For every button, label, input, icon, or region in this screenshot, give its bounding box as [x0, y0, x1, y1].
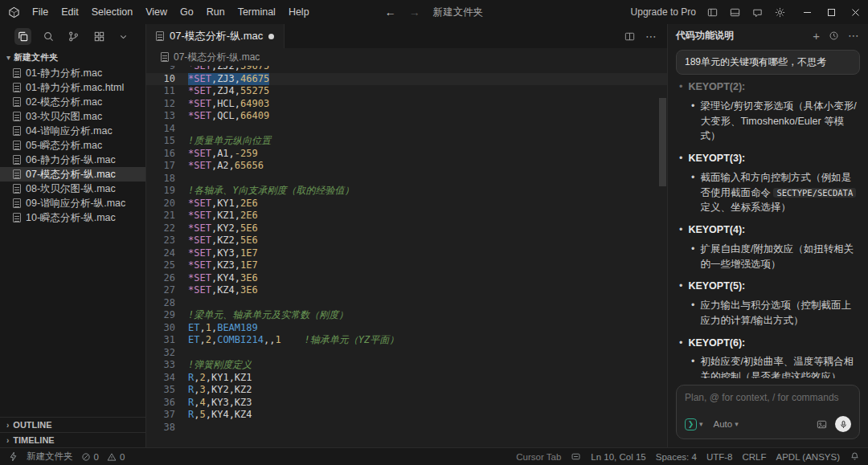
close-button[interactable]: [851, 8, 860, 17]
menu-go[interactable]: Go: [174, 5, 199, 19]
tab-active-file[interactable]: 07-模态分析-纵.mac: [146, 24, 285, 48]
file-item[interactable]: 10-瞬态分析-纵.mac: [0, 210, 145, 225]
mode-selector[interactable]: ❯ ▾: [685, 418, 703, 430]
code-line[interactable]: 17*SET,A2,65656: [146, 160, 667, 173]
menu-help[interactable]: Help: [283, 5, 315, 19]
code-line[interactable]: 36R,4,KY3,KZ3: [146, 397, 667, 410]
source-control-icon[interactable]: [65, 28, 82, 45]
menu-terminal[interactable]: Terminal: [232, 5, 281, 19]
layout-panel-icon[interactable]: [729, 6, 741, 18]
file-item[interactable]: 09-谐响应分析-纵.mac: [0, 196, 145, 210]
code-line[interactable]: 20*SET,KY1,2E6: [146, 198, 667, 210]
chat-input-placeholder[interactable]: Plan, @ for context, / for commands: [685, 392, 851, 403]
code-line[interactable]: 10*SET,ZJ3,46675: [146, 73, 667, 86]
code-line[interactable]: 32: [146, 347, 667, 360]
file-item[interactable]: 05-瞬态分析.mac: [0, 138, 145, 153]
code-line[interactable]: 23*SET,KZ2,5E6: [146, 235, 667, 247]
sidebar-section-outline[interactable]: ›OUTLINE: [0, 417, 145, 432]
menu-selection[interactable]: Selection: [86, 5, 138, 19]
menu-edit[interactable]: Edit: [55, 5, 84, 19]
code-line[interactable]: 25*SET,KZ3,1E7: [146, 259, 667, 272]
activity-bar: [0, 24, 145, 48]
cursor-tab-status[interactable]: Cursor Tab: [516, 452, 561, 462]
sidebar-sections: ›OUTLINE›TIMELINE: [0, 417, 145, 447]
chat-bubble-icon[interactable]: [751, 6, 764, 18]
code-line[interactable]: 33!弹簧刚度定义: [146, 359, 667, 372]
code-line[interactable]: 22*SET,KY2,5E6: [146, 222, 667, 235]
code-line[interactable]: 29!梁单元、轴承单元及实常数（刚度）: [146, 309, 667, 322]
code-line[interactable]: 35R,3,KY2,KZ2: [146, 384, 667, 397]
menu-view[interactable]: View: [140, 5, 173, 19]
menu-file[interactable]: File: [27, 5, 54, 19]
code-line[interactable]: 21*SET,KZ1,2E6: [146, 210, 667, 222]
code-line[interactable]: 38: [146, 422, 667, 434]
back-arrow-icon[interactable]: ←: [385, 6, 396, 18]
notifications-bell-icon[interactable]: [850, 451, 860, 462]
status-folder[interactable]: 新建文件夹: [27, 451, 73, 463]
code-line[interactable]: 14: [146, 123, 667, 136]
maximize-button[interactable]: [827, 8, 836, 17]
editor-more-actions-icon[interactable]: ⋯: [645, 31, 657, 42]
file-item[interactable]: 01-静力分析.mac.html: [0, 80, 145, 95]
breadcrumb[interactable]: 07-模态分析-纵.mac: [146, 48, 667, 66]
file-item[interactable]: 01-静力分析.mac: [0, 66, 145, 80]
code-line[interactable]: 16*SET,A1,-259: [146, 148, 667, 161]
file-item[interactable]: 08-坎贝尔图-纵.mac: [0, 182, 145, 196]
cursor-tab-toggle-icon[interactable]: [571, 451, 581, 462]
code-line[interactable]: 15!质量单元纵向位置: [146, 135, 667, 148]
sidebar-section-timeline[interactable]: ›TIMELINE: [0, 432, 145, 447]
chat-history-icon[interactable]: [829, 31, 839, 41]
file-item[interactable]: 06-静力分析-纵.mac: [0, 153, 145, 167]
attach-image-icon[interactable]: [816, 418, 828, 430]
code-line[interactable]: 34R,2,KY1,KZ1: [146, 372, 667, 385]
bullet-icon: •: [691, 170, 694, 215]
voice-mic-button[interactable]: [835, 416, 851, 432]
split-editor-icon[interactable]: [624, 31, 636, 43]
code-line[interactable]: 28: [146, 297, 667, 310]
explorer-folder-header[interactable]: ▾ 新建文件夹: [0, 48, 145, 66]
new-chat-icon[interactable]: +: [813, 30, 820, 42]
eol-status[interactable]: CRLF: [743, 452, 767, 462]
menu-run[interactable]: Run: [201, 5, 231, 19]
code-line[interactable]: 31ET,2,COMBI214,,1 !轴承单元（YZ平面）: [146, 334, 667, 347]
code-line[interactable]: 37R,5,KY4,KZ4: [146, 409, 667, 422]
chat-input-box[interactable]: Plan, @ for context, / for commands ❯ ▾ …: [676, 385, 860, 439]
file-item[interactable]: 04-谐响应分析.mac: [0, 124, 145, 138]
settings-gear-icon[interactable]: [774, 6, 786, 18]
user-message-bubble[interactable]: 189单元的关键项有哪些，不思考: [676, 50, 860, 75]
minimize-button[interactable]: [803, 8, 812, 17]
code-line[interactable]: 24*SET,KY3,1E7: [146, 247, 667, 260]
encoding-status[interactable]: UTF-8: [706, 452, 733, 462]
code-line[interactable]: 13*SET,QCL,66409: [146, 110, 667, 123]
forward-arrow-icon[interactable]: →: [409, 6, 420, 18]
chat-more-icon[interactable]: ⋯: [848, 30, 860, 41]
errors-indicator[interactable]: 0: [81, 452, 99, 462]
indentation-status[interactable]: Spaces: 4: [656, 452, 697, 462]
line-number: 38: [146, 422, 188, 434]
code-editor[interactable]: 9*SET,ZJ2,3967510*SET,ZJ3,4667511*SET,ZJ…: [146, 66, 667, 447]
warnings-indicator[interactable]: 0: [107, 452, 125, 462]
code-line[interactable]: 11*SET,ZJ4,55275: [146, 85, 667, 98]
chevron-down-icon[interactable]: [116, 29, 131, 44]
language-mode[interactable]: APDL (ANSYS): [776, 452, 840, 462]
file-item[interactable]: 07-模态分析-纵.mac: [0, 167, 145, 182]
code-line[interactable]: 19!各轴承、Y向支承刚度（取的经验值）: [146, 185, 667, 198]
model-auto-dropdown[interactable]: Auto ▾: [714, 419, 739, 429]
explorer-icon[interactable]: [14, 28, 31, 45]
extensions-icon[interactable]: [91, 28, 108, 45]
code-line[interactable]: 9*SET,ZJ2,39675: [146, 66, 667, 73]
editor-scrollbar[interactable]: [659, 66, 666, 447]
code-line[interactable]: 27*SET,KZ4,3E6: [146, 284, 667, 297]
file-item[interactable]: 03-坎贝尔图.mac: [0, 109, 145, 124]
upgrade-to-pro-link[interactable]: Upgrade to Pro: [631, 6, 696, 18]
code-line[interactable]: 18: [146, 173, 667, 186]
search-icon[interactable]: [40, 28, 57, 45]
code-line[interactable]: 30ET,1,BEAM189: [146, 322, 667, 335]
code-line[interactable]: 26*SET,KY4,3E6: [146, 272, 667, 285]
code-line[interactable]: 12*SET,HCL,64903: [146, 98, 667, 111]
remote-icon[interactable]: [8, 451, 18, 462]
layout-sidebar-icon[interactable]: [706, 6, 719, 18]
cursor-position[interactable]: Ln 10, Col 15: [591, 452, 645, 462]
file-item[interactable]: 02-模态分析.mac: [0, 95, 145, 109]
modified-dot-icon[interactable]: [268, 34, 274, 39]
